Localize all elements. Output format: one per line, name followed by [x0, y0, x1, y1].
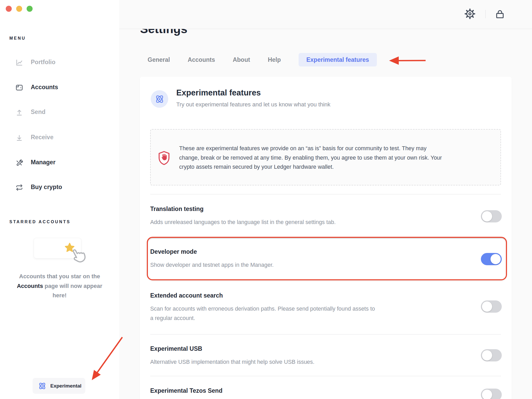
sidebar-item-label: Receive — [31, 134, 53, 141]
sidebar-item-manager[interactable]: Manager — [0, 158, 119, 168]
receive-icon — [15, 134, 23, 142]
warning-text: These are experimental features we provi… — [179, 144, 442, 172]
lock-icon[interactable] — [495, 9, 505, 20]
toggle-experimental-tezos-send[interactable] — [481, 389, 502, 399]
topbar-divider — [485, 10, 486, 18]
toggle-knob — [482, 389, 492, 399]
gear-icon[interactable] — [464, 8, 476, 20]
tab-accounts[interactable]: Accounts — [188, 56, 215, 63]
close-window-button[interactable] — [6, 6, 12, 12]
starred-accounts-label: STARRED ACCOUNTS — [9, 220, 71, 224]
atom-icon — [38, 381, 47, 391]
portfolio-icon — [15, 58, 23, 67]
sidebar: MENU PortfolioAccountsSendReceiveManager… — [0, 0, 119, 399]
tab-about[interactable]: About — [233, 56, 250, 63]
experimental-mode-badge[interactable]: Experimental — [33, 378, 85, 394]
sidebar-item-label: Accounts — [31, 84, 58, 91]
developer-mode-highlight-annotation — [147, 237, 507, 280]
toggle-extended-account-search[interactable] — [481, 300, 502, 313]
sidebar-item-accounts[interactable]: Accounts — [0, 83, 119, 93]
tab-help[interactable]: Help — [268, 56, 281, 63]
row-divider — [150, 334, 501, 335]
feature-title-developer-mode: Developer mode — [150, 248, 197, 255]
sidebar-item-buy-crypto[interactable]: Buy crypto — [0, 183, 119, 192]
shield-hand-icon — [158, 150, 170, 166]
sidebar-item-send[interactable]: Send — [0, 107, 119, 117]
feature-desc-line: Adds unreleased languages to the languag… — [150, 217, 336, 227]
send-icon — [15, 108, 23, 117]
accounts-icon — [15, 83, 23, 92]
feature-desc-developer-mode: Show developer and testnet apps in the M… — [150, 260, 274, 270]
row-divider — [150, 376, 501, 376]
row-divider — [150, 194, 501, 195]
manager-icon — [15, 159, 23, 167]
zoom-window-button[interactable] — [27, 6, 33, 12]
caption-line2-rest: page will now appear — [43, 283, 102, 289]
section-subtitle: Try out experimental features and let us… — [176, 101, 330, 108]
feature-desc-translation-testing: Adds unreleased languages to the languag… — [150, 217, 336, 227]
section-icon-circle — [151, 90, 168, 108]
caption-line3: here! — [53, 292, 67, 299]
feature-desc-line: a regular account. — [150, 313, 375, 323]
toggle-knob — [482, 350, 492, 361]
experimental-badge-label: Experimental — [50, 383, 81, 389]
tab-experimental-features[interactable]: Experimental features — [299, 53, 377, 66]
sidebar-item-receive[interactable]: Receive — [0, 133, 119, 143]
tab-general[interactable]: General — [148, 56, 170, 63]
feature-title-translation-testing: Translation testing — [150, 205, 203, 213]
warning-line1: These are experimental features we provi… — [179, 144, 442, 153]
caption-accounts-bold: Accounts — [17, 283, 43, 289]
feature-desc-line: Show developer and testnet apps in the M… — [150, 260, 274, 270]
toggle-knob — [482, 211, 492, 222]
feature-desc-experimental-usb: Alternative USB implementation that migh… — [150, 357, 315, 367]
warning-line3: crypto assets remain secured by your Led… — [179, 162, 442, 172]
caption-line1: Accounts that you star on the — [19, 273, 100, 280]
sidebar-item-label: Buy crypto — [31, 184, 62, 191]
starred-accounts-caption: Accounts that you star on the Accounts p… — [5, 272, 114, 300]
feature-desc-extended-account-search: Scan for accounts with erroneous derivat… — [150, 304, 375, 323]
toggle-knob — [482, 301, 492, 312]
feature-desc-line: Alternative USB implementation that migh… — [150, 357, 315, 367]
sidebar-item-label: Send — [31, 108, 45, 116]
menu-section-label: MENU — [9, 36, 26, 41]
experimental-warning-box: These are experimental features we provi… — [150, 129, 501, 185]
settings-tabs: GeneralAccountsAboutHelpExperimental fea… — [148, 53, 377, 66]
topbar — [119, 0, 532, 29]
toggle-translation-testing[interactable] — [481, 210, 502, 222]
atom-icon — [154, 94, 165, 105]
sidebar-item-label: Portfolio — [31, 59, 56, 66]
main-area: Settings GeneralAccountsAboutHelpExperim… — [119, 0, 532, 399]
buy-crypto-icon — [15, 183, 23, 192]
sidebar-item-label: Manager — [31, 159, 56, 166]
experimental-features-card: Experimental features Try out experiment… — [140, 77, 512, 399]
feature-desc-line: Scan for accounts with erroneous derivat… — [150, 304, 375, 313]
warning-line2: change, break or be removed at any time.… — [179, 153, 442, 163]
minimize-window-button[interactable] — [16, 6, 22, 12]
feature-title-experimental-tezos-send: Experimental Tezos Send — [150, 387, 222, 394]
sidebar-item-portfolio[interactable]: Portfolio — [0, 58, 119, 68]
feature-title-extended-account-search: Extended account search — [150, 292, 223, 299]
toggle-experimental-usb[interactable] — [481, 349, 502, 361]
toggle-knob — [490, 254, 501, 264]
section-title: Experimental features — [176, 88, 261, 98]
toggle-developer-mode[interactable] — [481, 253, 502, 265]
feature-title-experimental-usb: Experimental USB — [150, 345, 202, 352]
